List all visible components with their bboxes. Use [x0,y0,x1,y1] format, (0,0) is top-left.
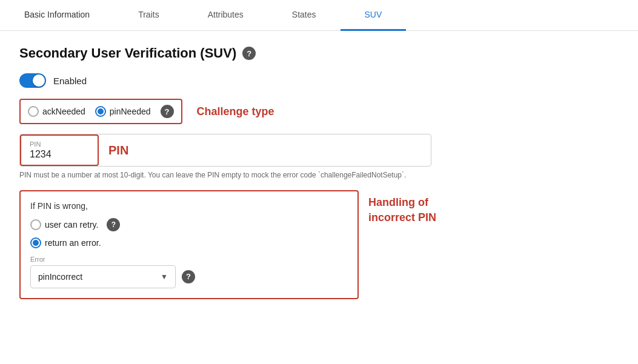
handling-annotation: Handling of incorrect PIN [368,196,436,223]
radio-error-label: return an error. [45,238,101,248]
error-dropdown-label: Error [30,256,348,263]
main-content: Secondary User Verification (SUV) ? Enab… [0,31,638,314]
tab-traits[interactable]: Traits [114,0,183,31]
challenge-help-icon[interactable]: ? [161,105,174,118]
section-help-icon[interactable]: ? [242,47,256,60]
radio-ack-label: ackNeeded [42,107,85,116]
radio-pin-circle [95,106,106,117]
pin-label-area: PIN [99,134,431,166]
error-dropdown-help-icon[interactable]: ? [182,270,195,283]
handling-box: If PIN is wrong, user can retry. ? retur… [19,190,359,299]
tabs-bar: Basic Information Traits Attributes Stat… [0,0,638,31]
challenge-type-row: ackNeeded pinNeeded ? Challenge type [19,99,619,124]
tab-states[interactable]: States [268,0,341,31]
radio-pin-needed[interactable]: pinNeeded [95,106,151,117]
error-dropdown[interactable]: pinIncorrect ▼ [30,265,176,288]
radio-error-circle [30,237,41,248]
section-title-row: Secondary User Verification (SUV) ? [19,45,619,61]
radio-retry-circle [30,219,41,230]
section-title-text: Secondary User Verification (SUV) [19,45,236,61]
enabled-toggle-row: Enabled [19,73,619,88]
radio-retry[interactable]: user can retry. ? [30,218,348,231]
pin-hint: PIN must be a number at most 10-digit. Y… [19,170,619,180]
error-dropdown-row: pinIncorrect ▼ ? [30,265,348,288]
tab-attributes[interactable]: Attributes [184,0,268,31]
tab-basic-information[interactable]: Basic Information [0,0,114,31]
pin-field-label: PIN [30,141,89,148]
pin-input-field-wrapper[interactable]: PIN 1234 [20,134,99,166]
error-dropdown-wrapper: Error pinIncorrect ▼ ? [30,256,348,288]
radio-pin-label: pinNeeded [110,107,151,116]
tab-suv[interactable]: SUV [341,0,407,31]
handling-annotation-wrapper: Handling of incorrect PIN [368,195,436,225]
enabled-toggle[interactable] [19,73,46,88]
radio-ack-needed[interactable]: ackNeeded [28,106,85,117]
retry-help-icon[interactable]: ? [107,218,120,231]
handling-title: If PIN is wrong, [30,201,348,211]
pin-section: PIN 1234 PIN PIN must be a number at mos… [19,134,619,180]
pin-field-value: 1234 [30,149,89,160]
pin-annotation: PIN [108,144,128,157]
dropdown-arrow-icon: ▼ [161,273,168,281]
enabled-label: Enabled [53,76,87,86]
challenge-type-box: ackNeeded pinNeeded ? [19,99,182,124]
error-dropdown-value: pinIncorrect [38,272,82,282]
radio-return-error[interactable]: return an error. [30,237,348,248]
radio-ack-circle [28,106,39,117]
challenge-type-annotation: Challenge type [197,105,274,118]
radio-retry-label: user can retry. [45,220,98,230]
handling-row: If PIN is wrong, user can retry. ? retur… [19,190,619,299]
page-container: Basic Information Traits Attributes Stat… [0,0,638,364]
